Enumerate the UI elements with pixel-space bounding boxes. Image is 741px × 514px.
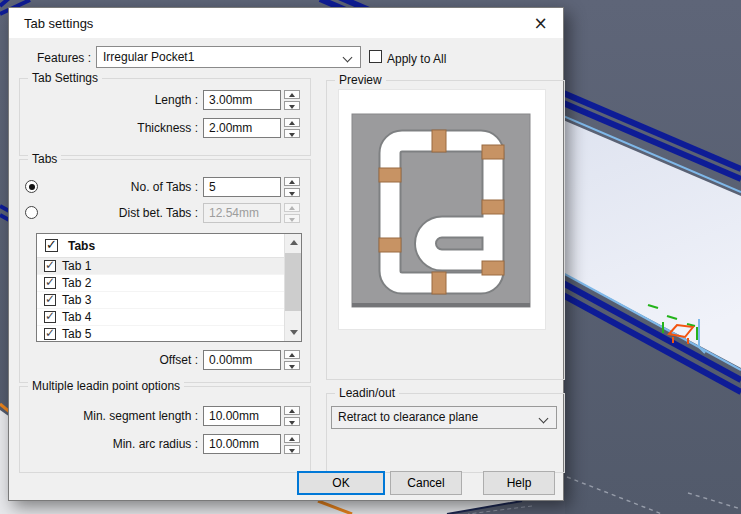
spin-down-icon[interactable] <box>284 188 300 197</box>
offset-spinner <box>284 350 300 370</box>
leadin-out-title: Leadin/out <box>335 386 399 400</box>
spin-up-icon <box>284 203 300 212</box>
chevron-down-icon <box>539 414 549 424</box>
spin-down-icon[interactable] <box>284 417 300 426</box>
spin-up-icon[interactable] <box>284 434 300 443</box>
tab5-checkbox[interactable] <box>44 328 56 340</box>
dist-bet-tabs-spinner <box>284 203 300 223</box>
spin-down-icon[interactable] <box>284 361 300 370</box>
leadin-options-group: Multiple leadin point options <box>19 386 311 473</box>
dialog-titlebar[interactable]: Tab settings × <box>9 8 563 38</box>
close-icon[interactable]: × <box>518 8 563 38</box>
preview-image <box>339 90 545 329</box>
preview-group-title: Preview <box>335 73 386 87</box>
offset-label: Offset : <box>69 350 198 370</box>
dist-bet-tabs-label: Dist bet. Tabs : <box>69 203 198 223</box>
tab2-checkbox[interactable] <box>44 277 56 289</box>
spin-down-icon[interactable] <box>284 101 300 110</box>
tab2-label: Tab 2 <box>62 276 91 290</box>
min-arc-input[interactable]: 10.00mm <box>203 434 281 454</box>
leadin-out-value: Retract to clearance plane <box>338 410 478 424</box>
no-of-tabs-spinner <box>284 177 300 197</box>
tab-settings-group-title: Tab Settings <box>28 71 102 85</box>
features-combobox[interactable]: Irregular Pocket1 <box>96 46 361 68</box>
tab4-label: Tab 4 <box>62 310 91 324</box>
no-of-tabs-input[interactable]: 5 <box>203 177 281 197</box>
tabs-group-title: Tabs <box>28 152 61 166</box>
tab3-label: Tab 3 <box>62 293 91 307</box>
part-surface-bottom <box>8 501 522 514</box>
min-segment-input[interactable]: 10.00mm <box>203 406 281 426</box>
scrollbar-thumb[interactable] <box>285 253 302 311</box>
tabs-header-checkbox[interactable] <box>45 239 58 252</box>
tab1-checkbox[interactable] <box>44 260 56 272</box>
dialog-title: Tab settings <box>9 16 93 31</box>
spin-up-icon[interactable] <box>284 90 300 99</box>
ok-button[interactable]: OK <box>297 471 385 495</box>
chevron-down-icon <box>343 53 353 63</box>
min-segment-label: Min. segment length : <box>39 406 198 426</box>
tab4-checkbox[interactable] <box>44 311 56 323</box>
spin-down-icon[interactable] <box>284 445 300 454</box>
tabs-list: Tabs Tab 1 Tab 2 Tab 3 Tab 4 Tab 5 <box>36 233 302 342</box>
apply-to-all-label: Apply to All <box>387 49 446 69</box>
features-value: Irregular Pocket1 <box>103 50 194 64</box>
offset-input[interactable]: 0.00mm <box>203 350 281 370</box>
length-input[interactable]: 3.00mm <box>203 90 281 110</box>
spin-down-icon[interactable] <box>284 129 300 138</box>
cancel-button[interactable]: Cancel <box>390 471 462 495</box>
features-label: Features : <box>27 48 91 68</box>
no-of-tabs-radio[interactable] <box>25 180 38 193</box>
tabs-header-label: Tabs <box>68 239 95 253</box>
tabs-list-header: Tabs <box>37 234 301 258</box>
thickness-spinner <box>284 118 300 138</box>
spin-up-icon[interactable] <box>284 177 300 186</box>
min-arc-spinner <box>284 434 300 454</box>
list-item[interactable]: Tab 4 <box>37 309 301 326</box>
tab1-label: Tab 1 <box>62 259 91 273</box>
dist-bet-tabs-input: 12.54mm <box>203 203 281 223</box>
length-label: Length : <box>69 90 198 110</box>
no-of-tabs-label: No. of Tabs : <box>69 177 198 197</box>
tab5-label: Tab 5 <box>62 327 91 341</box>
spin-down-icon <box>284 214 300 223</box>
help-button[interactable]: Help <box>483 471 555 495</box>
scroll-up-icon[interactable] <box>285 234 302 251</box>
leadin-out-combobox[interactable]: Retract to clearance plane <box>331 406 557 429</box>
spin-up-icon[interactable] <box>284 350 300 359</box>
length-spinner <box>284 90 300 110</box>
list-item[interactable]: Tab 5 <box>37 326 301 342</box>
dist-bet-tabs-radio[interactable] <box>25 206 38 219</box>
min-segment-spinner <box>284 406 300 426</box>
apply-to-all-checkbox[interactable] <box>369 50 382 63</box>
spin-up-icon[interactable] <box>284 118 300 127</box>
leadin-out-group: Leadin/out <box>326 393 565 473</box>
thickness-input[interactable]: 2.00mm <box>203 118 281 138</box>
tab3-checkbox[interactable] <box>44 294 56 306</box>
tab-settings-dialog: Tab settings × Features : Irregular Pock… <box>8 7 564 501</box>
scroll-down-icon[interactable] <box>285 324 302 341</box>
leadin-options-title: Multiple leadin point options <box>28 379 184 393</box>
min-arc-label: Min. arc radius : <box>39 434 198 454</box>
preview-panel <box>338 89 546 330</box>
list-item[interactable]: Tab 1 <box>37 258 301 275</box>
spin-up-icon[interactable] <box>284 406 300 415</box>
thickness-label: Thickness : <box>69 118 198 138</box>
list-item[interactable]: Tab 2 <box>37 275 301 292</box>
tabs-list-scrollbar[interactable] <box>284 234 301 341</box>
list-item[interactable]: Tab 3 <box>37 292 301 309</box>
